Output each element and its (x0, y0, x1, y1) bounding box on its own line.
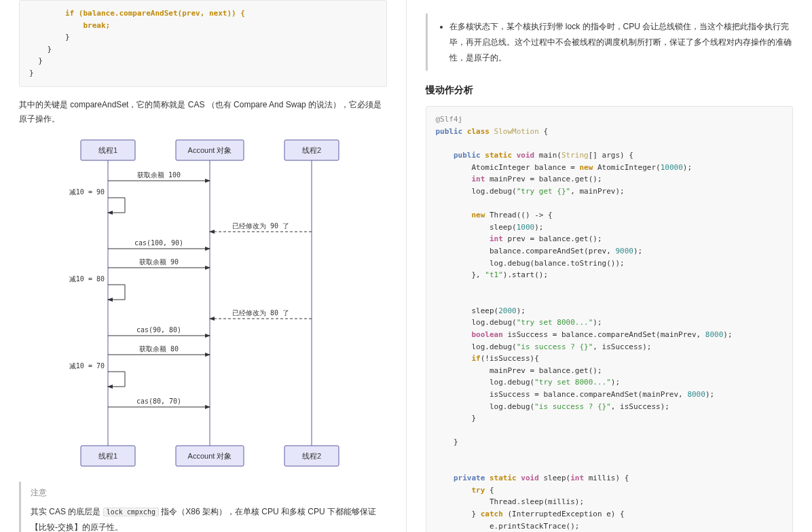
msg: 减10 = 70 (69, 362, 105, 370)
cl: Thread(() -> { (485, 211, 552, 219)
cl: 9000 (615, 247, 633, 255)
cl: sleep( (539, 474, 570, 482)
cl: }, (436, 270, 485, 279)
cl: 8000 (687, 390, 705, 399)
cl: main( (534, 151, 561, 160)
cl: private (436, 474, 485, 482)
code-line: } (29, 45, 52, 54)
cl: } (436, 438, 458, 446)
code-line: if (balance.compareAndSet(prev, next)) { (29, 9, 245, 18)
cl: int (436, 234, 503, 243)
code-line: } (29, 56, 43, 65)
bullet-item: 在多核状态下，某个核执行到带 lock 的指令时，CPU 会让总线锁住，当这个核… (449, 19, 794, 65)
participant-thread1-b: 线程1 (98, 452, 117, 460)
cl: log.debug( (436, 402, 535, 411)
cl: ); (611, 378, 620, 387)
participant-thread2-b: 线程2 (302, 452, 321, 460)
msg: 获取余额 100 (137, 171, 181, 179)
cl: new (579, 163, 593, 172)
msg: 获取余额 80 (139, 345, 179, 353)
cl: void (521, 474, 539, 482)
cl: ); (723, 330, 732, 339)
cl: mainPrev = balance.get(); (485, 175, 602, 183)
msg: 减10 = 80 (69, 275, 105, 283)
cl: "try set 8000..." (517, 318, 593, 327)
cl: log.debug( (436, 378, 535, 387)
cl: int (436, 175, 485, 183)
cl: (!isSuccess){ (481, 354, 539, 363)
cl: static (481, 151, 517, 160)
cl: isSuccess = balance.compareAndSet(mainPr… (436, 390, 688, 399)
cl: "t1" (485, 270, 503, 279)
cl: 1000 (517, 223, 535, 232)
cl: ); (593, 318, 602, 327)
sequence-diagram: 线程1 Account 对象 线程2 获取余额 100 减10 = 90 已经修… (19, 137, 387, 469)
cl: "try get {}" (517, 187, 570, 196)
cl: ); (683, 163, 692, 172)
msg: cas(100, 90) (134, 239, 183, 247)
cl: , mainPrev); (570, 187, 624, 196)
note-text-a: 其实 CAS 的底层是 (31, 507, 103, 516)
cl: 10000 (661, 163, 683, 172)
cl: e.printStackTrace(); (436, 522, 580, 531)
cl: isSuccess = balance.compareAndSet(mainPr… (503, 330, 705, 339)
cl: log.debug( (436, 342, 517, 351)
cl: log.debug(balance.toString()); (436, 259, 625, 268)
note-title: 注意 (31, 487, 387, 499)
note-body: 其实 CAS 的底层是 lock cmpxchg 指令（X86 架构），在单核 … (31, 504, 387, 532)
code-line: } (29, 69, 34, 77)
heading-slowmotion: 慢动作分析 (426, 84, 794, 96)
code-line: break; (29, 21, 110, 30)
cl: mainPrev = balance.get(); (436, 366, 602, 375)
participant-account: Account 对象 (187, 146, 232, 154)
cl: Thread.sleep(millis); (436, 497, 585, 506)
code-block-1: if (balance.compareAndSet(prev, next)) {… (19, 0, 387, 87)
cl: "is success ? {}" (517, 342, 593, 351)
code-line: } (29, 33, 70, 41)
sequence-svg: 线程1 Account 对象 线程2 获取余额 100 减10 = 90 已经修… (54, 137, 352, 469)
cl: int (570, 474, 584, 482)
right-column: 在多核状态下，某个核执行到带 lock 的指令时，CPU 会让总线锁住，当这个核… (407, 0, 813, 532)
cl: 8000 (705, 330, 724, 339)
cl: AtomicInteger balance = (436, 163, 580, 172)
left-column: if (balance.compareAndSet(prev, next)) {… (0, 0, 406, 532)
msg: cas(80, 70) (136, 397, 181, 405)
cl: public (436, 127, 463, 136)
cl: class (462, 127, 494, 136)
cl: ); (534, 223, 543, 232)
cl: sleep( (436, 223, 517, 232)
cl: "is success ? {}" (534, 402, 611, 411)
participant-account-b: Account 对象 (187, 452, 232, 460)
cl: String (561, 151, 589, 160)
cl: boolean (436, 330, 503, 339)
cl: void (517, 151, 535, 160)
cl: log.debug( (436, 187, 517, 196)
cl: log.debug( (436, 318, 517, 327)
cl: ); (517, 306, 525, 315)
intro-paragraph: 其中的关键是 compareAndSet，它的简称就是 CAS （也有 Comp… (19, 98, 387, 127)
cl: } (436, 414, 477, 423)
cl: SlowMotion (494, 127, 539, 136)
cl: try (436, 486, 485, 495)
cl: "try set 8000..." (534, 378, 611, 387)
cl: (InterruptedException e) { (503, 510, 625, 518)
msg: 获取余额 90 (139, 258, 179, 266)
cl: @Slf4j (436, 115, 463, 124)
cl: static (485, 474, 521, 482)
code-block-2: @Slf4j public class SlowMotion { public … (426, 106, 794, 532)
cl: ); (633, 247, 642, 255)
cl: AtomicInteger( (593, 163, 660, 172)
msg: 已经修改为 90 了 (232, 222, 289, 230)
cl: { (485, 486, 494, 495)
cl: , isSuccess); (593, 342, 651, 351)
cl: ).start(); (503, 270, 548, 279)
cl: [] args) { (589, 151, 633, 160)
cl: prev = balance.get(); (503, 234, 602, 243)
cl: sleep( (436, 306, 499, 315)
cl: catch (481, 510, 503, 518)
msg: 减10 = 90 (69, 188, 105, 196)
cl: new (436, 211, 485, 219)
cl: ); (705, 390, 714, 399)
participant-thread1: 线程1 (98, 146, 117, 154)
msg: 已经修改为 80 了 (232, 309, 289, 317)
